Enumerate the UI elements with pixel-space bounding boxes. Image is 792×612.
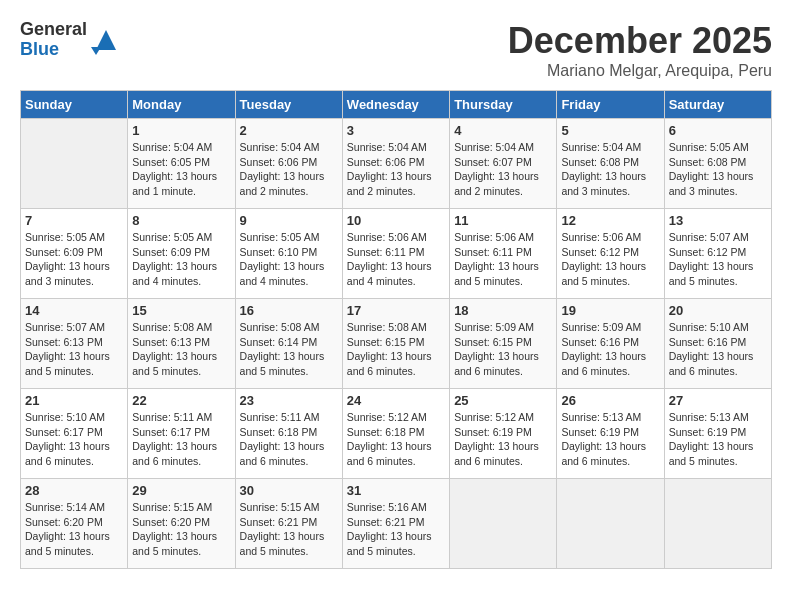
day-info: Sunrise: 5:13 AMSunset: 6:19 PMDaylight:…	[669, 410, 767, 469]
day-number: 18	[454, 303, 552, 318]
calendar-cell: 30Sunrise: 5:15 AMSunset: 6:21 PMDayligh…	[235, 479, 342, 569]
day-info: Sunrise: 5:08 AMSunset: 6:13 PMDaylight:…	[132, 320, 230, 379]
calendar-cell: 4Sunrise: 5:04 AMSunset: 6:07 PMDaylight…	[450, 119, 557, 209]
calendar-table: SundayMondayTuesdayWednesdayThursdayFrid…	[20, 90, 772, 569]
day-number: 13	[669, 213, 767, 228]
day-info: Sunrise: 5:04 AMSunset: 6:06 PMDaylight:…	[347, 140, 445, 199]
weekday-header-saturday: Saturday	[664, 91, 771, 119]
calendar-cell	[450, 479, 557, 569]
day-info: Sunrise: 5:10 AMSunset: 6:17 PMDaylight:…	[25, 410, 123, 469]
calendar-cell: 22Sunrise: 5:11 AMSunset: 6:17 PMDayligh…	[128, 389, 235, 479]
weekday-header-monday: Monday	[128, 91, 235, 119]
logo-blue-text: Blue	[20, 40, 87, 60]
day-info: Sunrise: 5:12 AMSunset: 6:18 PMDaylight:…	[347, 410, 445, 469]
logo-general-text: General	[20, 20, 87, 40]
day-number: 23	[240, 393, 338, 408]
day-info: Sunrise: 5:04 AMSunset: 6:06 PMDaylight:…	[240, 140, 338, 199]
day-number: 6	[669, 123, 767, 138]
day-number: 25	[454, 393, 552, 408]
day-info: Sunrise: 5:12 AMSunset: 6:19 PMDaylight:…	[454, 410, 552, 469]
day-info: Sunrise: 5:08 AMSunset: 6:15 PMDaylight:…	[347, 320, 445, 379]
day-number: 11	[454, 213, 552, 228]
day-number: 8	[132, 213, 230, 228]
day-info: Sunrise: 5:05 AMSunset: 6:09 PMDaylight:…	[25, 230, 123, 289]
calendar-cell: 6Sunrise: 5:05 AMSunset: 6:08 PMDaylight…	[664, 119, 771, 209]
day-number: 4	[454, 123, 552, 138]
title-block: December 2025 Mariano Melgar, Arequipa, …	[508, 20, 772, 80]
day-number: 1	[132, 123, 230, 138]
week-row-2: 7Sunrise: 5:05 AMSunset: 6:09 PMDaylight…	[21, 209, 772, 299]
weekday-header-wednesday: Wednesday	[342, 91, 449, 119]
calendar-cell: 8Sunrise: 5:05 AMSunset: 6:09 PMDaylight…	[128, 209, 235, 299]
day-number: 2	[240, 123, 338, 138]
day-info: Sunrise: 5:07 AMSunset: 6:12 PMDaylight:…	[669, 230, 767, 289]
calendar-cell: 29Sunrise: 5:15 AMSunset: 6:20 PMDayligh…	[128, 479, 235, 569]
day-number: 30	[240, 483, 338, 498]
day-number: 24	[347, 393, 445, 408]
week-row-3: 14Sunrise: 5:07 AMSunset: 6:13 PMDayligh…	[21, 299, 772, 389]
day-number: 3	[347, 123, 445, 138]
calendar-cell: 2Sunrise: 5:04 AMSunset: 6:06 PMDaylight…	[235, 119, 342, 209]
weekday-header-thursday: Thursday	[450, 91, 557, 119]
week-row-5: 28Sunrise: 5:14 AMSunset: 6:20 PMDayligh…	[21, 479, 772, 569]
calendar-cell: 15Sunrise: 5:08 AMSunset: 6:13 PMDayligh…	[128, 299, 235, 389]
day-number: 19	[561, 303, 659, 318]
svg-marker-1	[91, 47, 101, 55]
calendar-cell: 23Sunrise: 5:11 AMSunset: 6:18 PMDayligh…	[235, 389, 342, 479]
calendar-cell	[21, 119, 128, 209]
calendar-cell: 5Sunrise: 5:04 AMSunset: 6:08 PMDaylight…	[557, 119, 664, 209]
calendar-cell: 1Sunrise: 5:04 AMSunset: 6:05 PMDaylight…	[128, 119, 235, 209]
day-number: 27	[669, 393, 767, 408]
calendar-cell: 31Sunrise: 5:16 AMSunset: 6:21 PMDayligh…	[342, 479, 449, 569]
day-number: 31	[347, 483, 445, 498]
calendar-cell: 21Sunrise: 5:10 AMSunset: 6:17 PMDayligh…	[21, 389, 128, 479]
calendar-cell: 26Sunrise: 5:13 AMSunset: 6:19 PMDayligh…	[557, 389, 664, 479]
day-info: Sunrise: 5:04 AMSunset: 6:08 PMDaylight:…	[561, 140, 659, 199]
calendar-cell: 9Sunrise: 5:05 AMSunset: 6:10 PMDaylight…	[235, 209, 342, 299]
day-info: Sunrise: 5:05 AMSunset: 6:10 PMDaylight:…	[240, 230, 338, 289]
calendar-cell: 16Sunrise: 5:08 AMSunset: 6:14 PMDayligh…	[235, 299, 342, 389]
day-info: Sunrise: 5:06 AMSunset: 6:11 PMDaylight:…	[454, 230, 552, 289]
day-number: 17	[347, 303, 445, 318]
calendar-cell: 17Sunrise: 5:08 AMSunset: 6:15 PMDayligh…	[342, 299, 449, 389]
day-info: Sunrise: 5:15 AMSunset: 6:21 PMDaylight:…	[240, 500, 338, 559]
month-title: December 2025	[508, 20, 772, 62]
calendar-cell: 25Sunrise: 5:12 AMSunset: 6:19 PMDayligh…	[450, 389, 557, 479]
day-number: 9	[240, 213, 338, 228]
day-info: Sunrise: 5:10 AMSunset: 6:16 PMDaylight:…	[669, 320, 767, 379]
day-info: Sunrise: 5:05 AMSunset: 6:08 PMDaylight:…	[669, 140, 767, 199]
day-info: Sunrise: 5:04 AMSunset: 6:05 PMDaylight:…	[132, 140, 230, 199]
week-row-1: 1Sunrise: 5:04 AMSunset: 6:05 PMDaylight…	[21, 119, 772, 209]
day-number: 21	[25, 393, 123, 408]
weekday-header-row: SundayMondayTuesdayWednesdayThursdayFrid…	[21, 91, 772, 119]
calendar-cell: 7Sunrise: 5:05 AMSunset: 6:09 PMDaylight…	[21, 209, 128, 299]
day-number: 26	[561, 393, 659, 408]
day-number: 20	[669, 303, 767, 318]
day-info: Sunrise: 5:15 AMSunset: 6:20 PMDaylight:…	[132, 500, 230, 559]
day-info: Sunrise: 5:13 AMSunset: 6:19 PMDaylight:…	[561, 410, 659, 469]
calendar-cell: 14Sunrise: 5:07 AMSunset: 6:13 PMDayligh…	[21, 299, 128, 389]
calendar-cell	[664, 479, 771, 569]
calendar-cell: 13Sunrise: 5:07 AMSunset: 6:12 PMDayligh…	[664, 209, 771, 299]
page-header: General Blue December 2025 Mariano Melga…	[20, 20, 772, 80]
day-info: Sunrise: 5:05 AMSunset: 6:09 PMDaylight:…	[132, 230, 230, 289]
day-number: 12	[561, 213, 659, 228]
weekday-header-sunday: Sunday	[21, 91, 128, 119]
day-number: 16	[240, 303, 338, 318]
day-number: 29	[132, 483, 230, 498]
weekday-header-tuesday: Tuesday	[235, 91, 342, 119]
week-row-4: 21Sunrise: 5:10 AMSunset: 6:17 PMDayligh…	[21, 389, 772, 479]
logo-icon	[91, 25, 121, 55]
day-info: Sunrise: 5:14 AMSunset: 6:20 PMDaylight:…	[25, 500, 123, 559]
calendar-cell: 3Sunrise: 5:04 AMSunset: 6:06 PMDaylight…	[342, 119, 449, 209]
day-info: Sunrise: 5:07 AMSunset: 6:13 PMDaylight:…	[25, 320, 123, 379]
calendar-cell: 27Sunrise: 5:13 AMSunset: 6:19 PMDayligh…	[664, 389, 771, 479]
calendar-cell: 20Sunrise: 5:10 AMSunset: 6:16 PMDayligh…	[664, 299, 771, 389]
day-info: Sunrise: 5:11 AMSunset: 6:17 PMDaylight:…	[132, 410, 230, 469]
day-info: Sunrise: 5:09 AMSunset: 6:15 PMDaylight:…	[454, 320, 552, 379]
calendar-cell: 19Sunrise: 5:09 AMSunset: 6:16 PMDayligh…	[557, 299, 664, 389]
day-number: 5	[561, 123, 659, 138]
logo: General Blue	[20, 20, 121, 60]
day-number: 28	[25, 483, 123, 498]
calendar-cell	[557, 479, 664, 569]
